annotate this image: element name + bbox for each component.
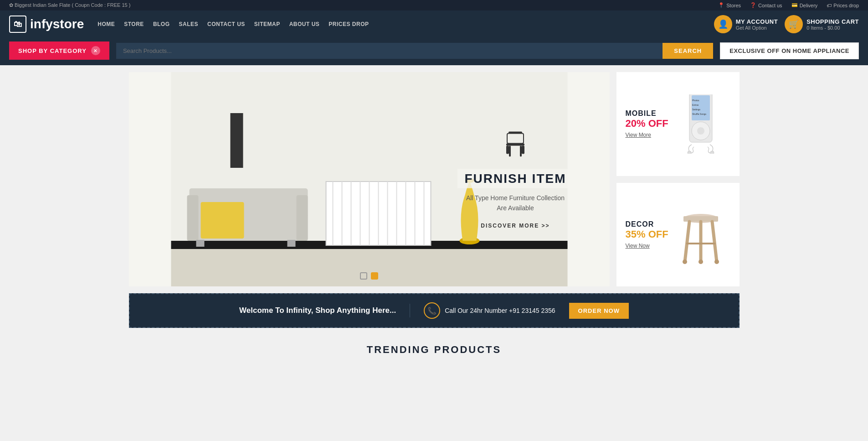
phone-section: 📞 Call Our 24hr Number +91 23145 2356 [424,302,555,319]
svg-rect-21 [200,202,244,239]
cart-title: SHOPPING CART [806,18,859,25]
slider-dot-1[interactable] [360,272,367,280]
account-button[interactable]: 👤 MY ACCOUNT Get All Option [714,15,778,33]
svg-point-41 [688,151,691,154]
account-subtitle: Get All Option [736,25,778,31]
nav-prices-drop[interactable]: PRICES DROP [329,21,369,27]
cart-subtitle: 0 Items - $0.00 [806,25,859,31]
order-now-label: ORDER NOW [578,307,620,314]
svg-rect-19 [187,195,198,241]
phone-icon: 📞 [424,302,440,319]
hero-subtitle-line2: Are Available [497,204,534,212]
decor-promo-tag: DECOR [626,220,668,228]
svg-point-49 [683,259,687,264]
contact-link[interactable]: ❓ Contact us [750,2,782,8]
svg-rect-27 [507,134,524,144]
mobile-promo-text: MOBILE 20% OFF View More [626,109,668,138]
svg-rect-23 [287,240,295,247]
hero-side-promos: MOBILE 20% OFF View More Photos Extras S… [616,72,740,286]
mobile-promo-tag: MOBILE [626,109,668,118]
welcome-text: Welcome To Infinity, Shop Anything Here.… [239,306,396,315]
logo-icon: 🛍 [9,16,26,33]
hero-subtitle: All Type Home Furniture Collection Are A… [457,193,573,213]
trending-title: TRENDING PRODUCTS [129,344,740,356]
phone-label: Call Our 24hr Number +91 23145 2356 [445,307,555,314]
account-text: MY ACCOUNT Get All Option [736,18,778,31]
decor-promo-link[interactable]: View Now [626,243,668,249]
account-icon: 👤 [714,15,732,33]
announcement-text: ✿ Biggest Indian Sale Flate ( Coupn Code… [9,2,130,8]
svg-rect-30 [520,146,522,157]
decor-promo-discount: 35% OFF [626,228,668,240]
stores-link[interactable]: 📍 Stores [718,2,741,8]
cart-icon: 🛒 [785,15,803,33]
svg-rect-22 [196,240,204,247]
shop-by-category-button[interactable]: SHOP BY CATEGORY ✕ [9,42,109,60]
hero-cta-link[interactable]: DISCOVER MORE >> [481,222,550,228]
mobile-promo-link[interactable]: View More [626,132,668,138]
nav-home[interactable]: HOME [98,21,115,27]
search-container: SEARCH [116,43,713,59]
cart-text: SHOPPING CART 0 Items - $0.00 [806,18,859,31]
mobile-promo-discount: 20% OFF [626,118,668,130]
mobile-promo-image: Photos Extras Settings Shuffle Songs [671,94,730,154]
banner-divider [410,304,410,317]
announcement-label: ✿ Biggest Indian Sale Flate ( Coupn Code… [9,2,130,8]
slider-dots [360,272,378,280]
search-input[interactable] [116,43,663,59]
nav-store[interactable]: STORE [124,21,144,27]
exclusive-banner: EXCLUSIVE OFF ON HOME APPLIANCE [720,42,859,59]
svg-point-42 [710,151,714,154]
logo[interactable]: 🛍 infystore [9,16,84,33]
logo-text: infystore [30,17,84,31]
nav-sales[interactable]: SALES [179,21,199,27]
hero-text-content: FURNISH ITEM All Type Home Furniture Col… [457,130,573,229]
decor-promo-text: DECOR 35% OFF View Now [626,220,668,249]
nav-sitemap[interactable]: SITEMAP [254,21,280,27]
svg-rect-28 [506,144,524,146]
announcement-links: 📍 Stores ❓ Contact us 💳 Delivery 🏷 Price… [718,2,859,8]
svg-line-45 [685,222,689,262]
slider-dot-2[interactable] [371,272,378,280]
svg-text:Shuffle Songs: Shuffle Songs [692,113,707,115]
nav-blog[interactable]: BLOG [153,21,170,27]
prices-drop-link[interactable]: 🏷 Prices drop [827,3,859,8]
decor-promo-card: DECOR 35% OFF View Now [616,183,740,287]
trending-section: TRENDING PRODUCTS [120,335,749,365]
svg-text:Settings: Settings [692,108,701,111]
category-icon: ✕ [91,46,100,55]
delivery-link[interactable]: 💳 Delivery [791,2,818,8]
cart-button[interactable]: 🛒 SHOPPING CART 0 Items - $0.00 [785,15,859,33]
svg-rect-20 [296,195,308,241]
chair-icon [457,130,573,165]
shop-by-category-label: SHOP BY CATEGORY [18,47,87,54]
svg-point-51 [699,259,703,264]
svg-rect-31 [506,146,509,154]
search-button[interactable]: SEARCH [663,43,713,59]
svg-text:Extras: Extras [692,104,699,106]
announcement-bar: ✿ Biggest Indian Sale Flate ( Coupn Code… [0,0,868,10]
svg-point-40 [697,127,704,135]
svg-rect-2 [171,245,567,286]
nav-contact[interactable]: CONTACT US [207,21,245,27]
welcome-wrapper: Welcome To Infinity, Shop Anything Here.… [120,293,749,328]
header-right: 👤 MY ACCOUNT Get All Option 🛒 SHOPPING C… [714,15,859,33]
svg-rect-4 [230,113,243,168]
hero-title: FURNISH ITEM [457,169,573,188]
nav-about[interactable]: ABOUT US [289,21,320,27]
hero-main-slide: FURNISH ITEM All Type Home Furniture Col… [129,72,610,286]
svg-point-50 [714,259,719,264]
welcome-banner: Welcome To Infinity, Shop Anything Here.… [129,293,740,328]
decor-promo-image [671,205,730,264]
order-now-button[interactable]: ORDER NOW [569,303,629,319]
search-row: SHOP BY CATEGORY ✕ SEARCH EXCLUSIVE OFF … [0,38,868,65]
search-button-label: SEARCH [674,47,702,54]
exclusive-banner-text: EXCLUSIVE OFF ON HOME APPLIANCE [729,47,849,54]
account-title: MY ACCOUNT [736,18,778,25]
mobile-promo-card: MOBILE 20% OFF View More Photos Extras S… [616,72,740,176]
svg-rect-29 [509,146,511,157]
svg-text:Photos: Photos [692,99,699,102]
hero-subtitle-line1: All Type Home Furniture Collection [466,194,565,202]
main-header: 🛍 infystore HOME STORE BLOG SALES CONTAC… [0,10,868,38]
svg-line-46 [712,222,717,262]
